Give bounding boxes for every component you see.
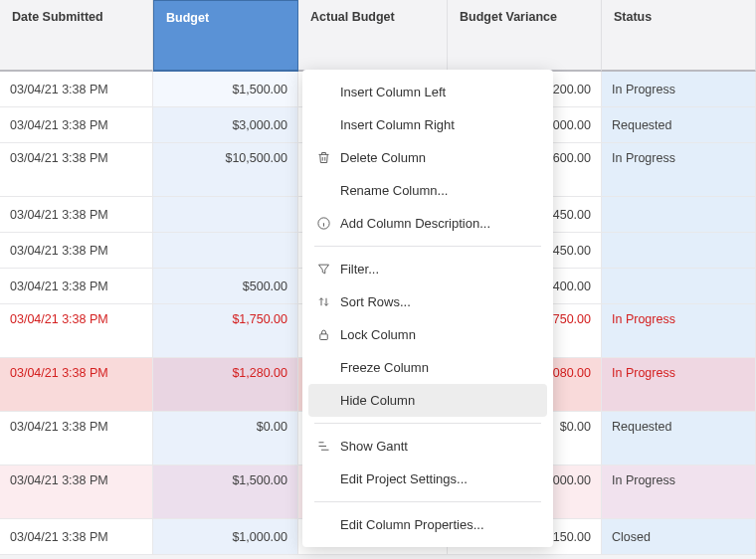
cell-status[interactable]: In Progress	[602, 304, 756, 358]
menu-label: Edit Column Properties...	[340, 517, 484, 532]
cell-status[interactable]	[602, 197, 756, 233]
menu-hide-column[interactable]: Hide Column	[308, 384, 547, 417]
menu-show-gantt[interactable]: Show Gantt	[302, 430, 553, 463]
column-context-menu: Insert Column Left Insert Column Right D…	[302, 70, 553, 547]
menu-label: Freeze Column	[340, 360, 429, 375]
lock-icon	[316, 327, 340, 342]
menu-label: Add Column Description...	[340, 216, 490, 231]
trash-icon	[316, 150, 340, 165]
svg-rect-1	[320, 334, 328, 340]
cell-status[interactable]: Closed	[602, 519, 756, 555]
menu-filter[interactable]: Filter...	[302, 253, 553, 285]
cell-date[interactable]: 03/04/21 3:38 PM	[0, 358, 153, 412]
cell-status[interactable]: In Progress	[602, 72, 756, 107]
cell-date[interactable]: 03/04/21 3:38 PM	[0, 143, 153, 197]
menu-delete-column[interactable]: Delete Column	[302, 141, 553, 174]
menu-divider	[314, 423, 541, 424]
menu-label: Hide Column	[340, 393, 415, 408]
info-icon	[316, 216, 340, 231]
menu-insert-column-left[interactable]: Insert Column Left	[302, 76, 553, 108]
menu-label: Show Gantt	[340, 439, 408, 454]
cell-budget[interactable]: $1,750.00	[153, 304, 298, 358]
menu-label: Rename Column...	[340, 183, 448, 198]
cell-date[interactable]: 03/04/21 3:38 PM	[0, 466, 153, 519]
col-header-status[interactable]: Status	[602, 0, 756, 72]
cell-budget[interactable]: $1,500.00	[153, 72, 298, 107]
cell-date[interactable]: 03/04/21 3:38 PM	[0, 519, 153, 555]
menu-add-column-description[interactable]: Add Column Description...	[302, 207, 553, 240]
cell-budget[interactable]: $1,000.00	[153, 519, 298, 555]
cell-budget[interactable]	[153, 197, 298, 233]
cell-date[interactable]: 03/04/21 3:38 PM	[0, 233, 153, 269]
cell-status[interactable]: Requested	[602, 412, 756, 466]
menu-divider	[314, 246, 541, 247]
menu-rename-column[interactable]: Rename Column...	[302, 174, 553, 207]
cell-status[interactable]: Requested	[602, 107, 756, 143]
cell-status[interactable]: In Progress	[602, 466, 756, 519]
cell-date[interactable]: 03/04/21 3:38 PM	[0, 269, 153, 304]
sort-icon	[316, 294, 340, 309]
menu-lock-column[interactable]: Lock Column	[302, 318, 553, 351]
cell-status[interactable]	[602, 269, 756, 304]
cell-budget[interactable]	[153, 233, 298, 269]
menu-label: Sort Rows...	[340, 294, 411, 309]
cell-date[interactable]: 03/04/21 3:38 PM	[0, 107, 153, 143]
cell-date[interactable]: 03/04/21 3:38 PM	[0, 304, 153, 358]
cell-status[interactable]	[602, 233, 756, 269]
col-header-budget-variance[interactable]: Budget Variance	[448, 0, 602, 72]
menu-edit-column-properties[interactable]: Edit Column Properties...	[302, 508, 553, 541]
menu-label: Insert Column Right	[340, 117, 455, 132]
col-header-date-submitted[interactable]: Date Submitted	[0, 0, 153, 72]
cell-budget[interactable]: $1,500.00	[153, 466, 298, 519]
gantt-icon	[316, 439, 340, 454]
cell-budget[interactable]: $10,500.00	[153, 143, 298, 197]
col-header-budget[interactable]: Budget	[153, 0, 298, 72]
menu-label: Filter...	[340, 262, 379, 277]
cell-date[interactable]: 03/04/21 3:38 PM	[0, 412, 153, 466]
cell-date[interactable]: 03/04/21 3:38 PM	[0, 72, 153, 107]
menu-label: Delete Column	[340, 150, 426, 165]
cell-status[interactable]: In Progress	[602, 358, 756, 412]
menu-label: Edit Project Settings...	[340, 471, 468, 486]
filter-icon	[316, 262, 340, 277]
cell-budget[interactable]: $500.00	[153, 269, 298, 304]
cell-date[interactable]: 03/04/21 3:38 PM	[0, 197, 153, 233]
menu-sort-rows[interactable]: Sort Rows...	[302, 285, 553, 318]
menu-freeze-column[interactable]: Freeze Column	[302, 351, 553, 384]
menu-edit-project-settings[interactable]: Edit Project Settings...	[302, 463, 553, 495]
cell-budget[interactable]: $3,000.00	[153, 107, 298, 143]
menu-insert-column-right[interactable]: Insert Column Right	[302, 108, 553, 141]
cell-budget[interactable]: $1,280.00	[153, 358, 298, 412]
cell-status[interactable]: In Progress	[602, 143, 756, 197]
cell-budget[interactable]: $0.00	[153, 412, 298, 466]
menu-label: Lock Column	[340, 327, 416, 342]
menu-divider	[314, 501, 541, 502]
menu-label: Insert Column Left	[340, 85, 446, 99]
col-header-actual-budget[interactable]: Actual Budget	[298, 0, 448, 72]
